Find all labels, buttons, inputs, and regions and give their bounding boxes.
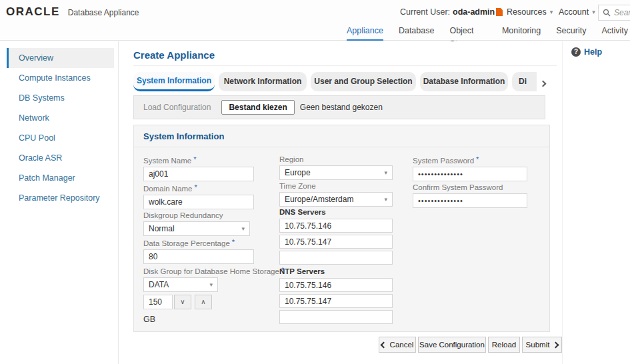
tab-network-information[interactable]: Network Information — [219, 72, 307, 91]
top-nav: Appliance Database Object Store Monitori… — [347, 24, 630, 41]
brand: ORACLE Database Appliance — [6, 5, 139, 19]
sidebar-item-db-systems[interactable]: DB Systems — [7, 88, 114, 108]
time-zone-value: Europe/Amsterdam — [285, 195, 353, 204]
system-name-input[interactable] — [143, 167, 254, 181]
section-title: System Information — [143, 131, 224, 141]
disk-group-home-value: DATA — [149, 280, 169, 289]
caret-down-icon: ▾ — [592, 9, 595, 15]
load-configuration-bar: Load Configuration Bestand kiezen Geen b… — [133, 95, 545, 119]
tab-system-information[interactable]: System Information — [133, 72, 215, 91]
current-user: Current User:oda-admin — [400, 7, 495, 17]
nav-item-database[interactable]: Database — [399, 24, 435, 41]
choose-file-button[interactable]: Bestand kiezen — [221, 100, 294, 115]
wizard-tabs: System Information Network Information U… — [133, 72, 537, 92]
diskgroup-redundancy-select[interactable]: Normal ▾ — [143, 221, 250, 236]
sidebar-item-parameter-repository[interactable]: Parameter Repository — [7, 188, 114, 208]
dns-server-3-input[interactable] — [279, 251, 393, 265]
tabs-scroll-right-button[interactable] — [541, 77, 545, 89]
region-select[interactable]: Europe ▾ — [279, 165, 393, 180]
system-name-label: System Name* — [143, 155, 257, 165]
diskgroup-redundancy-label: Diskgroup Redundancy — [143, 211, 257, 220]
top-header: ORACLE Database Appliance Current User:o… — [0, 0, 630, 41]
domain-name-label: Domain Name* — [143, 183, 257, 193]
system-password-label: System Password* — [413, 155, 529, 165]
caret-down-icon: ▾ — [384, 169, 387, 176]
action-buttons: Cancel Save Configuration Reload Submit — [379, 337, 562, 353]
file-status-text: Geen bestand gekozen — [300, 103, 383, 112]
required-asterisk: * — [193, 155, 196, 163]
ntp-server-3-input[interactable] — [279, 310, 393, 324]
nav-item-object-store[interactable]: Object Store — [449, 24, 486, 41]
stepper-decrement-button[interactable]: ∨ — [174, 295, 191, 309]
required-asterisk: * — [195, 183, 197, 191]
sidebar-item-cpu-pool[interactable]: CPU Pool — [7, 128, 114, 148]
form-column-2: Region Europe ▾ Time Zone Europe/Amsterd… — [279, 155, 393, 326]
confirm-system-password-input[interactable] — [413, 193, 527, 208]
nav-item-appliance[interactable]: Appliance — [347, 24, 383, 41]
db-home-size-input[interactable] — [143, 295, 173, 309]
help-icon: ? — [571, 47, 581, 57]
section-divider — [134, 147, 549, 147]
nav-item-activity[interactable]: Activity — [601, 24, 628, 41]
caret-down-icon: ▾ — [241, 225, 245, 232]
region-value: Europe — [285, 168, 311, 177]
search-icon — [603, 9, 611, 17]
chevron-right-icon — [553, 341, 559, 348]
title-divider — [133, 65, 557, 66]
disk-group-home-select[interactable]: DATA ▾ — [143, 277, 218, 292]
required-asterisk: * — [232, 238, 235, 246]
current-user-value: oda-admin — [453, 7, 495, 17]
cancel-button[interactable]: Cancel — [379, 337, 416, 353]
ntp-server-1-input[interactable] — [279, 278, 393, 292]
search-input[interactable] — [614, 8, 630, 17]
page: ORACLE Database Appliance Current User:o… — [0, 0, 630, 364]
system-password-input[interactable] — [413, 167, 527, 181]
dns-server-1-input[interactable] — [279, 219, 393, 233]
oracle-logo: ORACLE — [6, 5, 60, 19]
disk-group-home-label: Disk Group for Database Home Storage* — [143, 265, 257, 276]
stepper-increment-button[interactable]: ∧ — [195, 295, 212, 309]
nav-item-security[interactable]: Security — [556, 24, 586, 41]
sidebar-item-patch-manager[interactable]: Patch Manager — [7, 168, 114, 188]
reload-button[interactable]: Reload — [488, 337, 520, 353]
dns-server-2-input[interactable] — [279, 235, 393, 249]
data-storage-percentage-input[interactable] — [143, 249, 254, 264]
data-storage-percentage-label: Data Storage Percentage* — [143, 237, 257, 248]
ntp-servers-label: NTP Servers — [279, 267, 393, 275]
form-column-1: System Name* Domain Name* Diskgroup Redu… — [143, 155, 257, 324]
resources-label: Resources — [507, 7, 547, 17]
resources-menu[interactable]: Resources ▾ — [496, 7, 553, 17]
diskgroup-redundancy-value: Normal — [149, 224, 175, 233]
time-zone-label: Time Zone — [279, 181, 393, 191]
search-box[interactable] — [598, 5, 630, 21]
region-label: Region — [279, 155, 393, 164]
sidebar-item-compute-instances[interactable]: Compute Instances — [7, 68, 114, 88]
main-content: Create Appliance ? Help System Informati… — [119, 41, 630, 364]
domain-name-input[interactable] — [143, 195, 254, 209]
form-column-3: System Password* Confirm System Password — [413, 155, 529, 209]
sidebar-item-network[interactable]: Network — [7, 108, 114, 128]
required-asterisk: * — [476, 155, 479, 163]
chevron-right-icon — [540, 81, 547, 87]
nav-item-monitoring[interactable]: Monitoring — [502, 24, 541, 41]
tab-user-and-group-selection[interactable]: User and Group Selection — [311, 72, 416, 91]
help-panel-divider — [562, 41, 563, 364]
submit-button[interactable]: Submit — [522, 337, 562, 353]
system-information-panel: System Information System Name* Domain N… — [133, 125, 550, 332]
time-zone-select[interactable]: Europe/Amsterdam ▾ — [279, 192, 393, 207]
sidebar-item-overview[interactable]: Overview — [7, 48, 114, 68]
chevron-left-icon — [380, 341, 387, 348]
help-label: Help — [584, 47, 602, 57]
db-home-size-stepper: ∨ ∧ — [143, 295, 257, 309]
db-home-size-unit: GB — [143, 315, 257, 324]
resources-icon — [496, 8, 503, 16]
tab-diskgroup-partial[interactable]: Di — [512, 72, 537, 91]
sidebar-item-oracle-asr[interactable]: Oracle ASR — [7, 148, 114, 168]
product-name: Database Appliance — [68, 8, 139, 17]
dns-servers-label: DNS Servers — [279, 208, 393, 216]
account-menu[interactable]: Account ▾ — [559, 7, 595, 17]
save-configuration-button[interactable]: Save Configuration — [418, 337, 486, 353]
ntp-server-2-input[interactable] — [279, 294, 393, 308]
help-link[interactable]: ? Help — [571, 47, 602, 57]
tab-database-information[interactable]: Database Information — [420, 72, 508, 91]
